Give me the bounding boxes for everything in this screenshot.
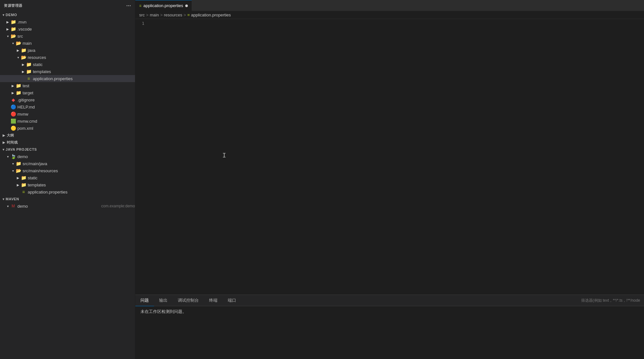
tree-item-maven-demo[interactable]: ▾ M demo com.example:demo: [0, 203, 135, 210]
arrow-test: ▶: [10, 84, 15, 88]
folder-icon-mvn: 📁: [10, 19, 16, 24]
tab-properties-icon: ≡: [139, 4, 141, 8]
git-icon-gitignore: ◆: [10, 97, 16, 102]
label-src: src: [17, 34, 135, 39]
folder-icon-templates: 📁: [26, 69, 32, 74]
tree-item-resources[interactable]: ▾ 📂 resources: [0, 54, 135, 61]
panel-tab-debug-label: 调试控制台: [178, 298, 199, 303]
label-mvnw: mvnw: [17, 112, 135, 117]
editor-content[interactable]: I: [148, 19, 644, 295]
label-jp-src-java: src/main/java: [23, 161, 135, 166]
arrow-mvn: ▶: [5, 20, 10, 24]
section-timeline[interactable]: ▶ 时间线: [0, 139, 135, 146]
md-icon-helpmd: 🔵: [10, 104, 16, 109]
section-outline-arrow: ▶: [3, 134, 5, 137]
tree-item-mvnw[interactable]: 🔴 mvnw: [0, 110, 135, 118]
tree-item-mvnw-cmd[interactable]: 🟩 mvnw.cmd: [0, 118, 135, 125]
arrow-target: ▶: [10, 91, 15, 95]
label-pom: pom.xml: [17, 126, 135, 131]
tree-item-jp-demo[interactable]: ▾ 🍃 demo: [0, 153, 135, 160]
label-target: target: [23, 90, 135, 95]
panel-tab-problems-label: 问题: [140, 298, 149, 303]
panel-tab-terminal[interactable]: 终端: [204, 295, 223, 306]
label-mvnw-cmd: mvnw.cmd: [17, 119, 135, 124]
tree-item-target[interactable]: ▶ 📁 target: [0, 89, 135, 96]
spring-icon-demo: 🍃: [10, 154, 16, 159]
tree-item-src[interactable]: ▾ 📂 src: [0, 33, 135, 40]
label-resources: resources: [28, 55, 135, 60]
tree-item-jp-templates[interactable]: ▶ 📁 templates: [0, 181, 135, 188]
tree-item-app-properties[interactable]: ≡ application.properties: [0, 75, 135, 82]
sidebar-title: 资源管理器: [4, 3, 23, 8]
breadcrumb-main[interactable]: main: [150, 13, 159, 17]
maven-icon-demo: M: [10, 204, 16, 208]
breadcrumb-file-icon: ≡: [187, 13, 190, 17]
tree-item-mvn[interactable]: ▶ 📁 .mvn: [0, 18, 135, 25]
section-outline[interactable]: ▶ 大纲: [0, 132, 135, 139]
tree-item-helpmd[interactable]: 🔵 HELP.md: [0, 103, 135, 110]
breadcrumb-sep-3: >: [184, 13, 186, 17]
tree-item-gitignore[interactable]: ◆ .gitignore: [0, 96, 135, 103]
section-demo-arrow: ▾: [3, 13, 5, 17]
panel-tab-ports[interactable]: 端口: [223, 295, 241, 306]
section-maven[interactable]: ▾ MAVEN: [0, 195, 135, 203]
label-jp-demo: demo: [17, 154, 135, 159]
tree-item-jp-app-properties[interactable]: ≡ application.properties +: [0, 188, 135, 195]
tree-item-main[interactable]: ▾ 📂 main: [0, 40, 135, 47]
tree-item-vscode[interactable]: ▶ 📁 .vscode: [0, 25, 135, 33]
no-problems-text: 未在工作区检测到问题。: [140, 309, 187, 314]
main-content: ≡ application.properties src > main > re…: [135, 0, 644, 359]
panel-tab-debug[interactable]: 调试控制台: [173, 295, 204, 306]
tree-item-pom[interactable]: 🟡 pom.xml: [0, 125, 135, 132]
line-number-1: 1: [138, 20, 144, 26]
tree-item-static[interactable]: ▶ 📁 static: [0, 61, 135, 68]
folder-icon-jp-templates: 📁: [21, 182, 26, 187]
folder-icon-test: 📁: [15, 83, 21, 88]
sidebar-more-button[interactable]: ···: [126, 3, 131, 8]
tab-label-app-properties: application.properties: [143, 3, 183, 8]
breadcrumb-sep-1: >: [146, 13, 149, 17]
arrow-templates: ▶: [21, 70, 26, 73]
label-jp-static: static: [28, 175, 135, 180]
arrow-maven-demo: ▾: [5, 204, 10, 208]
tab-app-properties[interactable]: ≡ application.properties: [135, 0, 192, 11]
label-main: main: [23, 41, 135, 46]
folder-icon-jp-src-resources: 📂: [15, 168, 21, 173]
label-static: static: [33, 62, 135, 67]
section-java-projects-label: JAVA PROJECTS: [6, 147, 37, 151]
label-maven-demo: demo: [17, 204, 99, 209]
tree-item-jp-src-java[interactable]: ▾ 📁 src/main/java: [0, 160, 135, 167]
folder-icon-target: 📁: [15, 90, 21, 95]
breadcrumb-current[interactable]: application.properties: [191, 13, 231, 17]
arrow-jp-static: ▶: [15, 176, 21, 180]
bottom-panel: 问题 输出 调试控制台 终端 端口 筛选器(例如 text，**/*.ts，!*…: [135, 295, 644, 359]
label-jp-templates: templates: [28, 183, 135, 187]
label-gitignore: .gitignore: [17, 98, 135, 102]
tree-item-jp-src-resources[interactable]: ▾ 📂 src/main/resources: [0, 167, 135, 174]
panel-tab-problems[interactable]: 问题: [135, 295, 154, 306]
tree-item-java[interactable]: ▶ 📁 java: [0, 47, 135, 54]
properties-icon-jp-app: ≡: [21, 189, 26, 194]
tree-item-templates[interactable]: ▶ 📁 templates: [0, 68, 135, 75]
label-app-properties: application.properties: [33, 76, 135, 81]
section-java-projects[interactable]: ▾ JAVA PROJECTS: [0, 146, 135, 153]
tree-item-test[interactable]: ▶ 📁 test: [0, 82, 135, 89]
breadcrumb-src[interactable]: src: [139, 13, 145, 17]
folder-icon-jp-static: 📁: [21, 175, 26, 180]
label-test: test: [23, 83, 135, 88]
panel-tab-output[interactable]: 输出: [154, 295, 173, 306]
panel-tab-output-label: 输出: [159, 298, 168, 303]
arrow-static: ▶: [21, 63, 26, 66]
section-timeline-label: 时间线: [7, 140, 18, 145]
section-demo[interactable]: ▾ DEMO: [0, 11, 135, 18]
folder-icon-jp-src-java: 📁: [15, 161, 21, 166]
properties-icon-app: ≡: [26, 76, 32, 81]
arrow-jp-templates: ▶: [15, 183, 21, 187]
section-timeline-arrow: ▶: [3, 141, 5, 144]
file-tree: ▾ DEMO ▶ 📁 .mvn ▶ 📁 .vscode ▾ 📂 src ▾: [0, 11, 135, 359]
section-maven-label: MAVEN: [6, 197, 19, 201]
editor-area[interactable]: 1 I: [135, 19, 644, 295]
breadcrumb-resources[interactable]: resources: [164, 13, 182, 17]
tree-item-jp-static[interactable]: ▶ 📁 static: [0, 174, 135, 181]
text-cursor: I: [222, 151, 226, 159]
